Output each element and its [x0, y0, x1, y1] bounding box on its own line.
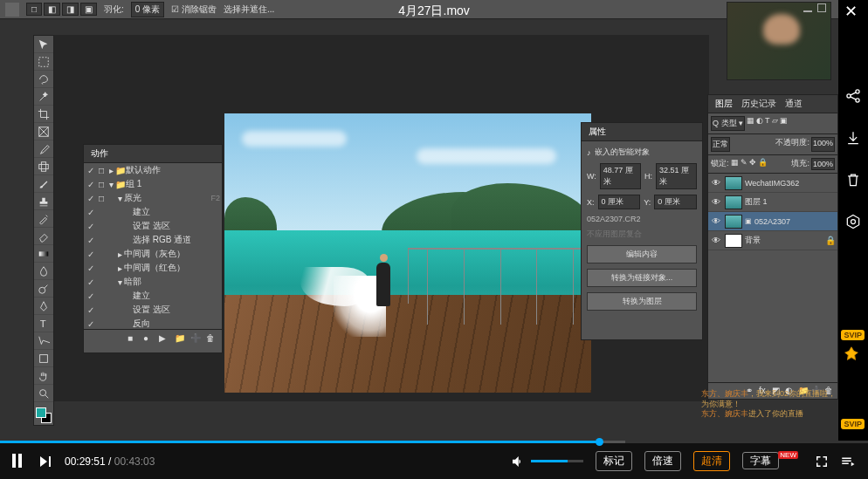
color-swatch[interactable] [34, 406, 53, 425]
layer-row[interactable]: 👁图层 1 [708, 193, 837, 212]
layer-filter-type[interactable]: Q 类型 ▾ [711, 116, 745, 131]
action-check-icon[interactable]: ✓ [86, 250, 96, 259]
pause-button[interactable] [12, 454, 26, 469]
lock-paint-icon[interactable]: ✎ [741, 158, 747, 170]
y-input[interactable]: 0 厘米 [654, 195, 697, 209]
marquee-tool[interactable] [34, 53, 53, 71]
eyedrop-tool[interactable] [34, 140, 53, 158]
action-row[interactable]: ✓▾暗部 [84, 275, 222, 289]
layer-name[interactable]: WechatIMG362 [745, 179, 836, 188]
layer-thumbnail[interactable] [725, 215, 742, 229]
wand-tool[interactable] [34, 88, 53, 106]
fill-input[interactable]: 100% [811, 158, 835, 170]
blend-mode-select[interactable]: 正常 [711, 137, 730, 152]
actions-new-icon[interactable]: ➕ [190, 333, 203, 346]
disclosure-icon[interactable]: ▸ [115, 250, 124, 259]
blur-tool[interactable] [34, 263, 53, 280]
filter-smart-icon[interactable]: ▣ [780, 116, 788, 131]
layer-name[interactable]: 052A2307 [754, 217, 836, 226]
action-row[interactable]: ✓□▸📁默认动作 [84, 163, 222, 177]
filter-shape-icon[interactable]: ▱ [772, 116, 778, 131]
action-row[interactable]: ✓设置 选区 [84, 219, 222, 233]
webcam-thumbnail[interactable] [727, 2, 831, 80]
disclosure-icon[interactable]: ▸ [107, 166, 115, 175]
layer-row[interactable]: 👁WechatIMG362 [708, 174, 837, 193]
edit-contents-button[interactable]: 编辑内容 [587, 245, 697, 263]
settings-hex-icon[interactable] [844, 213, 862, 230]
move-tool[interactable] [34, 36, 53, 53]
action-row[interactable]: ✓□▾📁组 1 [84, 177, 222, 191]
action-row[interactable]: ✓▸中间调（灰色） [84, 247, 222, 261]
action-row[interactable]: ✓选择 RGB 通道 [84, 233, 222, 247]
filter-adjust-icon[interactable]: ◐ [756, 116, 763, 131]
lock-trans-icon[interactable]: ▦ [731, 158, 739, 170]
mark-button[interactable]: 标记 [596, 451, 632, 471]
layer-thumbnail[interactable] [725, 195, 742, 209]
channels-tab[interactable]: 通道 [785, 98, 803, 110]
actions-trash-icon[interactable]: 🗑 [206, 333, 218, 346]
hand-tool[interactable] [34, 367, 53, 385]
trash-icon[interactable] [844, 171, 862, 188]
gradient-tool[interactable] [34, 245, 53, 263]
action-check-icon[interactable]: ✓ [86, 194, 96, 203]
convert-layers-button[interactable]: 转换为图层 [587, 292, 697, 311]
action-check-icon[interactable]: ✓ [86, 291, 96, 301]
visibility-icon[interactable]: 👁 [710, 178, 722, 188]
volume-control[interactable] [510, 454, 583, 469]
visibility-icon[interactable]: 👁 [710, 236, 722, 245]
visibility-icon[interactable]: 👁 [710, 197, 722, 207]
action-dialog-icon[interactable]: □ [96, 180, 107, 189]
pen-tool[interactable] [34, 298, 53, 315]
speed-button[interactable]: 倍速 [644, 451, 681, 471]
w-input[interactable]: 48.77 厘米 [600, 163, 641, 189]
playlist-icon[interactable] [840, 454, 856, 469]
history-brush-tool[interactable] [34, 210, 53, 228]
next-button[interactable] [38, 455, 52, 469]
frame-tool[interactable] [34, 123, 53, 140]
action-check-icon[interactable]: ✓ [86, 236, 96, 245]
action-check-icon[interactable]: ✓ [86, 277, 96, 287]
filter-pixel-icon[interactable]: ▦ [747, 116, 754, 131]
path-tool[interactable] [34, 332, 53, 350]
actions-tab[interactable]: 动作 [91, 147, 108, 160]
layer-row[interactable]: 👁▣052A2307 [708, 212, 837, 231]
action-check-icon[interactable]: ✓ [86, 166, 96, 175]
action-check-icon[interactable]: ✓ [86, 180, 96, 189]
type-tool[interactable]: T [34, 315, 53, 332]
opacity-input[interactable]: 100% [811, 137, 835, 152]
action-row[interactable]: ✓□▾原光F2 [84, 191, 222, 205]
pin-icon[interactable] [842, 345, 861, 364]
layer-row[interactable]: 👁背景🔒 [708, 231, 837, 250]
convert-linked-button[interactable]: 转换为链接对象... [587, 269, 697, 287]
zoom-tool[interactable] [34, 385, 53, 402]
actions-newset-icon[interactable]: 📁 [175, 333, 187, 346]
quality-button[interactable]: 超清 [693, 451, 730, 471]
layers-tab[interactable]: 图层 [715, 98, 733, 110]
subtitle-button[interactable]: 字幕 [742, 452, 779, 469]
action-dialog-icon[interactable]: □ [96, 166, 107, 175]
disclosure-icon[interactable]: ▾ [107, 180, 115, 189]
action-dialog-icon[interactable]: □ [96, 194, 107, 203]
heal-tool[interactable] [34, 158, 53, 175]
lock-pos-icon[interactable]: ✥ [749, 158, 756, 170]
filter-type-icon[interactable]: T [765, 116, 770, 131]
disclosure-icon[interactable]: ▾ [115, 277, 124, 287]
history-tab[interactable]: 历史记录 [741, 98, 776, 110]
share-icon[interactable] [844, 87, 862, 105]
layer-name[interactable]: 图层 1 [745, 196, 836, 208]
layer-thumbnail[interactable] [725, 176, 742, 190]
fullscreen-icon[interactable] [814, 454, 830, 469]
volume-icon[interactable] [510, 454, 526, 469]
download-icon[interactable] [844, 129, 862, 147]
actions-stop-icon[interactable]: ■ [127, 333, 140, 346]
layer-thumbnail[interactable] [725, 234, 742, 248]
eraser-tool[interactable] [34, 228, 53, 245]
action-check-icon[interactable]: ✓ [86, 208, 96, 217]
action-check-icon[interactable]: ✓ [86, 263, 96, 273]
disclosure-icon[interactable]: ▾ [115, 194, 124, 203]
action-row[interactable]: ✓反向 [84, 317, 222, 329]
action-check-icon[interactable]: ✓ [86, 222, 96, 231]
crop-tool[interactable] [34, 106, 53, 123]
layer-name[interactable]: 背景 [745, 235, 823, 246]
action-row[interactable]: ✓▸中间调（红色） [84, 261, 222, 275]
